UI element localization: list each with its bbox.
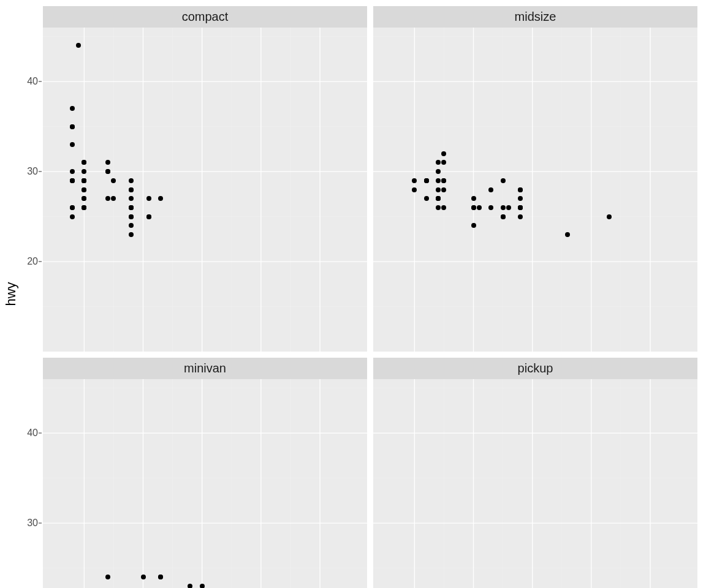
- facet-midsize: midsize: [373, 6, 697, 352]
- facet-minivan: minivan203040: [43, 358, 367, 588]
- data-point: [471, 205, 476, 210]
- data-point: [82, 187, 86, 192]
- points-layer: [373, 379, 697, 588]
- data-point: [436, 196, 441, 201]
- data-point: [436, 169, 441, 174]
- data-point: [412, 187, 417, 192]
- data-point: [441, 151, 446, 156]
- y-tick-mark: [39, 523, 42, 524]
- data-point: [70, 205, 75, 210]
- chart-faceted-scatter: hwy displ compact203040midsizeminivan203…: [0, 0, 706, 588]
- data-point: [158, 196, 163, 201]
- data-point: [501, 178, 506, 183]
- data-point: [424, 178, 429, 183]
- y-tick-label: 30: [27, 166, 38, 177]
- data-point: [129, 214, 134, 219]
- points-layer: [43, 379, 367, 588]
- data-point: [146, 214, 151, 219]
- data-point: [441, 187, 446, 192]
- facet-panel: 203040: [43, 379, 367, 588]
- data-point: [506, 205, 511, 210]
- data-point: [436, 205, 441, 210]
- data-point: [70, 169, 75, 174]
- y-tick-mark: [39, 81, 42, 82]
- facet-panel: 203040: [43, 28, 367, 352]
- data-point: [518, 205, 523, 210]
- data-point: [488, 187, 493, 192]
- data-point: [477, 205, 482, 210]
- data-point: [129, 178, 134, 183]
- data-point: [70, 178, 75, 183]
- facet-pickup: pickup: [373, 358, 697, 588]
- data-point: [565, 232, 570, 237]
- facet-panel: [373, 379, 697, 588]
- y-tick-mark: [39, 262, 42, 262]
- data-point: [501, 205, 506, 210]
- facet-grid: compact203040midsizeminivan203040pickups…: [43, 6, 697, 551]
- data-point: [441, 205, 446, 210]
- data-point: [76, 43, 81, 48]
- data-point: [105, 160, 110, 165]
- data-point: [129, 205, 134, 210]
- y-ticks: 203040: [18, 28, 42, 352]
- data-point: [129, 196, 134, 201]
- data-point: [158, 575, 163, 579]
- y-ticks: 203040: [18, 379, 42, 588]
- y-tick-mark: [39, 433, 42, 434]
- data-point: [188, 584, 192, 588]
- data-point: [70, 142, 75, 147]
- data-point: [82, 169, 86, 174]
- data-point: [146, 196, 151, 201]
- data-point: [82, 178, 86, 183]
- data-point: [70, 106, 75, 111]
- points-layer: [43, 28, 367, 352]
- y-axis-label: hwy: [4, 0, 18, 588]
- data-point: [436, 187, 441, 192]
- data-point: [111, 178, 116, 183]
- facet-strip: midsize: [373, 6, 697, 28]
- facet-strip: compact: [43, 6, 367, 28]
- y-tick-label: 30: [27, 518, 38, 529]
- facet-panel: [373, 28, 697, 352]
- y-tick-mark: [39, 172, 42, 172]
- data-point: [82, 205, 86, 210]
- data-point: [200, 584, 205, 588]
- data-point: [471, 223, 476, 228]
- data-point: [70, 124, 75, 129]
- data-point: [82, 196, 86, 201]
- data-point: [141, 575, 146, 579]
- data-point: [441, 160, 446, 165]
- data-point: [105, 575, 110, 579]
- data-point: [129, 223, 134, 228]
- facet-strip: minivan: [43, 358, 367, 379]
- data-point: [436, 160, 441, 165]
- data-point: [129, 232, 134, 237]
- data-point: [105, 196, 110, 201]
- facet-strip: pickup: [373, 358, 697, 379]
- data-point: [518, 214, 523, 219]
- data-point: [441, 178, 446, 183]
- data-point: [105, 169, 110, 174]
- data-point: [111, 196, 116, 201]
- data-point: [607, 214, 612, 219]
- data-point: [70, 214, 75, 219]
- points-layer: [373, 28, 697, 352]
- y-tick-label: 40: [27, 76, 38, 87]
- data-point: [501, 214, 506, 219]
- y-tick-label: 40: [27, 428, 38, 439]
- data-point: [82, 160, 86, 165]
- data-point: [424, 196, 429, 201]
- data-point: [412, 178, 417, 183]
- y-tick-label: 20: [27, 256, 38, 267]
- data-point: [129, 187, 134, 192]
- data-point: [488, 205, 493, 210]
- data-point: [518, 196, 523, 201]
- facet-compact: compact203040: [43, 6, 367, 352]
- data-point: [471, 196, 476, 201]
- data-point: [436, 178, 441, 183]
- data-point: [518, 187, 523, 192]
